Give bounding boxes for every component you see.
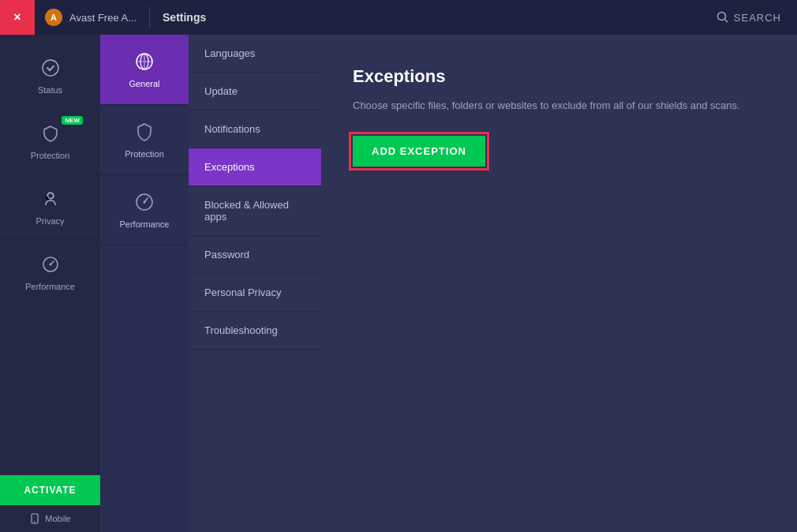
activate-button[interactable]: ACTIVATE [0,475,100,505]
sidebar-item-performance[interactable]: Performance [0,239,100,305]
sidebar-status-label: Status [38,85,62,95]
search-label: SEARCH [734,12,781,24]
menu-troubleshooting[interactable]: Troubleshooting [189,312,321,350]
svg-point-13 [144,201,146,204]
page-title: Exceptions [353,66,765,87]
sidebar-item-protection[interactable]: NEW Protection [0,108,100,174]
search-icon [717,11,729,24]
page-description: Choose specific files, folders or websit… [353,98,765,114]
main-layout: Status NEW Protection Privacy [0,35,797,532]
mobile-icon [29,513,40,524]
sidebar-performance-label: Performance [25,282,75,291]
sidebar-item-status[interactable]: Status [0,43,100,108]
menu-languages[interactable]: Languages [189,35,321,73]
svg-point-8 [49,264,51,266]
menu-blocked-allowed[interactable]: Blocked & Allowed apps [189,186,321,236]
topbar: × A Avast Free A... Settings SEARCH [0,0,797,35]
svg-line-3 [724,20,728,23]
search-button[interactable]: SEARCH [717,11,797,24]
status-icon [38,55,63,81]
sidebar-item-privacy[interactable]: Privacy [0,174,100,239]
cat-performance-icon [133,191,155,213]
avast-icon: A [44,8,63,27]
cat-protection-icon [133,121,155,143]
privacy-icon [38,186,63,212]
menu-exceptions[interactable]: Exceptions [189,148,321,186]
menu-update[interactable]: Update [189,73,321,111]
category-general-label: General [129,79,159,88]
menu-notifications[interactable]: Notifications [189,111,321,148]
icon-sidebar: Status NEW Protection Privacy [0,35,100,532]
mobile-item[interactable]: Mobile [0,505,100,532]
close-icon: × [13,10,21,24]
settings-title: Settings [153,11,206,24]
svg-text:A: A [51,13,57,22]
sidebar-privacy-label: Privacy [36,216,64,226]
svg-point-4 [43,60,58,76]
content-area: Exceptions Choose specific files, folder… [321,35,797,532]
category-performance[interactable]: Performance [100,175,189,245]
category-protection[interactable]: Protection [100,105,189,175]
mobile-label: Mobile [45,514,70,523]
general-icon [133,51,155,73]
close-button[interactable]: × [0,0,35,35]
svg-point-6 [47,193,53,199]
category-performance-label: Performance [120,219,170,229]
performance-icon [38,252,63,277]
settings-menu: Languages Update Notifications Exception… [189,35,321,532]
app-name: Avast Free A... [69,12,137,24]
menu-password[interactable]: Password [189,236,321,274]
category-sidebar: General Protection Performance [100,35,189,532]
category-protection-label: Protection [125,149,164,159]
add-exception-button[interactable]: ADD EXCEPTION [353,136,485,167]
protection-icon [38,121,63,146]
sidebar-protection-label: Protection [31,151,70,160]
app-logo: A Avast Free A... [35,8,146,27]
new-badge: NEW [62,116,83,125]
svg-point-2 [717,13,725,21]
menu-personal-privacy[interactable]: Personal Privacy [189,274,321,312]
category-general[interactable]: General [100,35,189,105]
